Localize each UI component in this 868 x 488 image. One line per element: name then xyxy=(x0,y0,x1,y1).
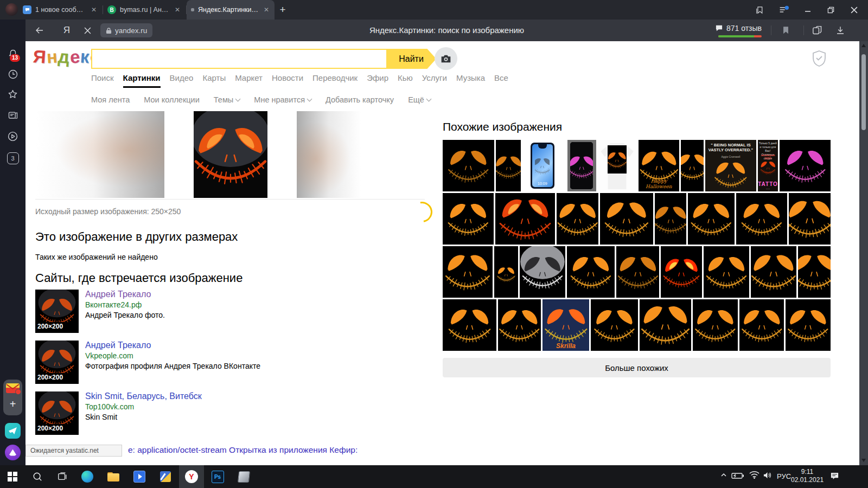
collections-icon[interactable] xyxy=(810,24,825,37)
mail-icon[interactable] xyxy=(6,383,20,393)
similar-image-face[interactable] xyxy=(780,140,831,191)
similar-image-phone-dark[interactable] xyxy=(567,140,596,191)
site-domain-link[interactable]: Top100vk.com xyxy=(85,402,134,411)
site-domain-link[interactable]: Vkpeople.com xyxy=(85,351,133,360)
site-title-link[interactable]: Андрей Трекало xyxy=(85,290,151,299)
similar-image-face[interactable] xyxy=(443,246,493,298)
subnav-item-1[interactable]: Моя лента xyxy=(91,95,130,104)
similar-image-face[interactable] xyxy=(443,193,494,245)
site-thumbnail[interactable]: 200×200 xyxy=(35,391,79,435)
subnav-item-6[interactable]: Ещё xyxy=(408,95,431,104)
subnav-item-4[interactable]: Мне нравится xyxy=(254,95,311,104)
bookmarks-star-icon[interactable] xyxy=(4,86,21,102)
preview-image-right[interactable] xyxy=(297,111,361,198)
search-button[interactable]: Найти xyxy=(386,49,436,69)
avatar[interactable] xyxy=(5,3,18,16)
more-similar-button[interactable]: Больше похожих xyxy=(443,358,831,377)
taskbar-edge-icon[interactable] xyxy=(75,465,100,488)
similar-image-skrilla[interactable]: Skrilla xyxy=(542,299,590,351)
nav-item-12[interactable]: Все xyxy=(494,73,508,86)
camera-search-button[interactable] xyxy=(435,47,457,70)
tray-chevron-icon[interactable] xyxy=(720,472,727,478)
similar-image-face[interactable] xyxy=(495,193,555,245)
similar-image-poster-halloween[interactable]: Happy Halloween xyxy=(639,140,680,191)
video-play-icon[interactable] xyxy=(4,128,21,145)
nav-item-11[interactable]: Музыка xyxy=(456,73,485,86)
browser-tab[interactable]: 1 новое сообщение ✕ xyxy=(18,0,102,20)
scroll-down-arrow[interactable] xyxy=(861,459,866,462)
nav-item-2[interactable]: Картинки xyxy=(123,73,161,88)
similar-image-face[interactable] xyxy=(661,246,702,298)
similar-image-face[interactable] xyxy=(693,299,738,351)
nav-item-8[interactable]: Эфир xyxy=(367,73,388,86)
browser-tab[interactable]: B bymas.ru | Анкета 61747180 ✕ xyxy=(103,0,186,20)
search-input[interactable] xyxy=(91,49,386,69)
similar-image-poster-tattoo[interactable]: Только 5 днейи только для Вас!Огромные с… xyxy=(758,140,777,191)
scroll-up-arrow[interactable] xyxy=(861,44,866,47)
preview-image-main[interactable] xyxy=(194,111,267,198)
maximize-button[interactable] xyxy=(822,2,839,17)
similar-image-face[interactable] xyxy=(736,193,787,245)
taskbar-yandex-browser-icon[interactable]: Y xyxy=(179,465,204,488)
bookmark-flag-icon[interactable] xyxy=(779,24,792,37)
bottom-result-link[interactable]: е: application/octet-stream Открытка из … xyxy=(128,445,358,455)
alice-icon[interactable] xyxy=(5,445,21,460)
similar-image-face[interactable] xyxy=(640,299,691,351)
similar-image-face[interactable] xyxy=(494,246,518,298)
nav-item-1[interactable]: Поиск xyxy=(91,73,114,86)
similar-image-face[interactable] xyxy=(600,193,653,245)
similar-image-face[interactable] xyxy=(443,140,494,191)
scroll-thumb[interactable] xyxy=(861,54,866,130)
volume-icon[interactable] xyxy=(763,471,772,479)
minimize-button[interactable] xyxy=(800,2,816,17)
browser-tab[interactable]: Яндекс.Картинки: поиск по ✕ xyxy=(187,0,275,20)
bookmarks-panel-icon[interactable] xyxy=(753,4,766,16)
downloads-icon[interactable] xyxy=(833,24,847,37)
nav-item-10[interactable]: Услуги xyxy=(422,73,447,86)
nav-item-4[interactable]: Карты xyxy=(202,73,226,86)
tab-close-icon[interactable]: ✕ xyxy=(90,6,98,14)
subnav-item-2[interactable]: Мои коллекции xyxy=(144,95,200,104)
nav-item-7[interactable]: Переводчик xyxy=(312,73,358,86)
nav-item-6[interactable]: Новости xyxy=(272,73,303,86)
wifi-icon[interactable] xyxy=(749,471,760,479)
tab-counter[interactable]: 3 xyxy=(4,150,21,166)
yandex-logo[interactable]: Яндекс xyxy=(33,47,100,67)
nav-item-9[interactable]: Кью xyxy=(398,73,413,86)
similar-image-face[interactable] xyxy=(557,193,598,245)
history-clock-icon[interactable] xyxy=(4,66,21,82)
similar-image-face[interactable] xyxy=(798,246,831,298)
menu-icon[interactable] xyxy=(777,4,791,16)
similar-image-poster-quote[interactable]: " BEING NORMAL IS VASTLY OVERRATED." Agg… xyxy=(705,140,757,191)
clock[interactable]: 9:11 02.01.2021 xyxy=(791,468,824,484)
similar-image-face[interactable] xyxy=(616,246,660,298)
new-tab-button[interactable]: + xyxy=(276,3,290,17)
taskbar-movies-icon[interactable] xyxy=(127,465,152,488)
nav-item-5[interactable]: Маркет xyxy=(235,73,263,86)
similar-image-face[interactable] xyxy=(751,246,796,298)
similar-image-phone-blue[interactable]: 10:09 xyxy=(522,140,565,191)
action-center-icon[interactable] xyxy=(830,472,839,480)
taskbar-photoshop-icon[interactable]: Ps xyxy=(205,465,230,488)
similar-image-face[interactable] xyxy=(591,299,638,351)
taskbar-task-view-icon[interactable] xyxy=(50,465,75,488)
taskbar-paint-icon[interactable] xyxy=(153,465,178,488)
protect-shield-icon[interactable] xyxy=(812,50,827,67)
similar-image-face[interactable] xyxy=(789,193,831,245)
taskbar-explorer-icon[interactable] xyxy=(101,465,126,488)
similar-image-face[interactable] xyxy=(739,299,784,351)
site-title-link[interactable]: Андрей Трекало xyxy=(85,341,151,350)
nav-item-3[interactable]: Видео xyxy=(170,73,194,86)
site-domain-link[interactable]: Вконтакте24.рф xyxy=(85,300,142,309)
similar-image-face[interactable] xyxy=(655,193,687,245)
battery-icon[interactable] xyxy=(731,472,744,479)
language-indicator[interactable]: РУС xyxy=(777,472,791,480)
similar-image-face[interactable] xyxy=(567,246,615,298)
close-window-button[interactable] xyxy=(845,2,863,17)
site-thumbnail[interactable]: 200×200 xyxy=(35,290,79,333)
preview-image-left[interactable] xyxy=(35,111,164,198)
plus-icon[interactable]: + xyxy=(6,397,20,411)
similar-image-face[interactable] xyxy=(443,299,496,351)
taskbar-start-icon[interactable] xyxy=(0,465,25,488)
feed-icon[interactable] xyxy=(4,107,21,124)
